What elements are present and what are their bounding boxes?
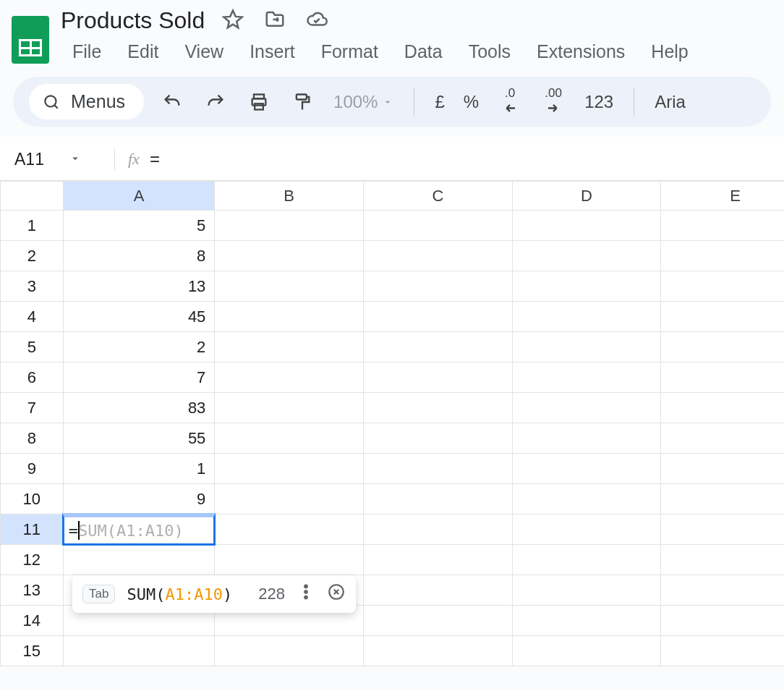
cell[interactable] xyxy=(512,332,661,363)
paint-format-button[interactable] xyxy=(287,87,318,117)
app-logo[interactable] xyxy=(9,11,52,69)
row-header[interactable]: 10 xyxy=(1,484,64,514)
cell[interactable] xyxy=(661,514,784,545)
dismiss-icon[interactable] xyxy=(327,582,346,606)
currency-button[interactable]: £ xyxy=(432,92,447,112)
cell[interactable] xyxy=(512,241,661,271)
col-header-C[interactable]: C xyxy=(364,182,513,211)
cell[interactable] xyxy=(215,363,364,393)
row-header[interactable]: 4 xyxy=(1,302,64,332)
cell[interactable]: 9 xyxy=(63,484,215,514)
cell[interactable] xyxy=(364,363,513,393)
menu-tools[interactable]: Tools xyxy=(457,38,522,65)
row-header[interactable]: 14 xyxy=(1,606,64,636)
cell[interactable] xyxy=(215,636,364,666)
cell[interactable] xyxy=(215,484,364,514)
cell[interactable] xyxy=(364,454,513,484)
cell[interactable]: 5 xyxy=(63,211,215,241)
formula-input[interactable]: = xyxy=(150,149,160,169)
cell[interactable]: 8 xyxy=(63,241,215,271)
cell[interactable] xyxy=(364,393,513,423)
cell[interactable] xyxy=(63,545,215,575)
percent-button[interactable]: % xyxy=(461,92,482,112)
cell[interactable] xyxy=(364,271,513,302)
decrease-decimal-button[interactable]: .0 xyxy=(495,87,525,117)
cell[interactable]: 83 xyxy=(63,393,215,423)
cell[interactable] xyxy=(364,636,513,666)
col-header-E[interactable]: E xyxy=(661,182,784,211)
zoom-select[interactable]: 100% xyxy=(331,92,396,112)
undo-button[interactable] xyxy=(157,87,187,117)
row-header[interactable]: 3 xyxy=(1,271,64,302)
cell[interactable] xyxy=(661,575,784,606)
cell[interactable] xyxy=(661,302,784,332)
cell[interactable] xyxy=(364,575,513,606)
cell[interactable] xyxy=(364,514,513,545)
cell[interactable] xyxy=(661,454,784,484)
cell[interactable] xyxy=(512,575,661,606)
cell[interactable] xyxy=(215,454,364,484)
cloud-status-icon[interactable] xyxy=(306,9,328,33)
cell[interactable] xyxy=(215,302,364,332)
cell[interactable] xyxy=(63,636,215,666)
more-formats-button[interactable]: 123 xyxy=(581,92,616,112)
cell[interactable] xyxy=(215,241,364,271)
active-cell[interactable]: =SUM(A1:A10) xyxy=(63,514,215,545)
cell[interactable] xyxy=(661,545,784,575)
move-icon[interactable] xyxy=(264,9,286,33)
row-header[interactable]: 9 xyxy=(1,454,64,484)
cell[interactable] xyxy=(661,271,784,302)
select-all-corner[interactable] xyxy=(1,182,64,211)
cell[interactable] xyxy=(364,606,513,636)
cell[interactable] xyxy=(661,241,784,271)
row-header[interactable]: 8 xyxy=(1,423,64,454)
row-header[interactable]: 11 xyxy=(1,514,64,545)
more-options-icon[interactable] xyxy=(297,582,315,606)
menu-view[interactable]: View xyxy=(173,38,235,65)
cell[interactable] xyxy=(512,423,661,454)
cell[interactable] xyxy=(661,484,784,514)
star-icon[interactable] xyxy=(222,9,244,33)
cell[interactable] xyxy=(661,363,784,393)
font-select[interactable]: Aria xyxy=(652,92,689,112)
cell[interactable] xyxy=(364,241,513,271)
row-header[interactable]: 5 xyxy=(1,332,64,363)
row-header[interactable]: 7 xyxy=(1,393,64,423)
menu-format[interactable]: Format xyxy=(310,38,390,65)
cell[interactable] xyxy=(215,211,364,241)
cell[interactable] xyxy=(512,545,661,575)
menu-data[interactable]: Data xyxy=(393,38,454,65)
cell[interactable] xyxy=(512,514,661,545)
menu-help[interactable]: Help xyxy=(639,38,699,65)
menu-insert[interactable]: Insert xyxy=(238,38,307,65)
cell[interactable] xyxy=(215,393,364,423)
col-header-A[interactable]: A xyxy=(63,182,215,211)
cell[interactable] xyxy=(512,363,661,393)
row-header[interactable]: 12 xyxy=(1,545,64,575)
cell[interactable]: 55 xyxy=(63,423,215,454)
row-header[interactable]: 15 xyxy=(1,636,64,666)
cell[interactable] xyxy=(661,393,784,423)
cell[interactable] xyxy=(661,423,784,454)
cell[interactable] xyxy=(512,484,661,514)
row-header[interactable]: 6 xyxy=(1,363,64,393)
cell[interactable]: 1 xyxy=(63,454,215,484)
cell[interactable] xyxy=(364,211,513,241)
name-box[interactable]: A11 xyxy=(14,150,101,169)
cell[interactable] xyxy=(661,636,784,666)
row-header[interactable]: 1 xyxy=(1,211,64,241)
cell[interactable] xyxy=(215,271,364,302)
cell[interactable] xyxy=(661,332,784,363)
suggestion-formula[interactable]: SUM(A1:A10) xyxy=(127,585,232,603)
redo-button[interactable] xyxy=(200,87,231,117)
cell-editor[interactable]: =SUM(A1:A10) xyxy=(62,513,216,546)
print-button[interactable] xyxy=(244,87,274,117)
cell[interactable]: 7 xyxy=(63,363,215,393)
cell[interactable] xyxy=(512,393,661,423)
menu-extensions[interactable]: Extensions xyxy=(525,38,636,65)
increase-decimal-button[interactable]: .00 xyxy=(538,87,568,117)
cell[interactable]: 2 xyxy=(63,332,215,363)
cell[interactable] xyxy=(512,211,661,241)
search-menus[interactable]: Menus xyxy=(29,84,144,119)
menu-edit[interactable]: Edit xyxy=(116,38,170,65)
